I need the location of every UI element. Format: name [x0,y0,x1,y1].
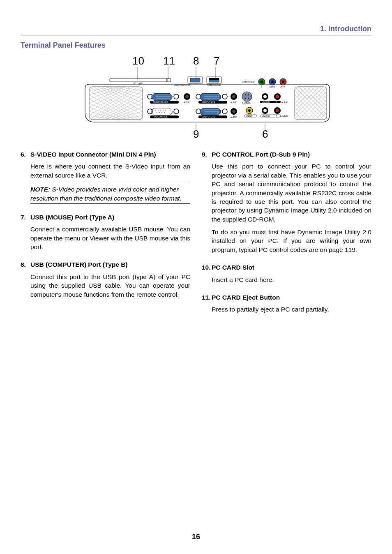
svg-line-29 [97,87,143,111]
svg-point-127 [276,109,279,112]
svg-line-9 [89,87,126,103]
callout-10: 10 [132,55,144,67]
svg-point-86 [161,112,162,113]
svg-point-118 [263,95,267,98]
item-num: 9. [202,150,212,159]
svg-point-123 [248,109,251,112]
svg-line-57 [299,87,327,115]
label-lmono-2: L/MONO [262,115,270,117]
svg-point-116 [282,81,284,83]
item-8: 8. USB (COMPUTER) Port (Type B) Connect … [21,260,190,299]
item-para: To do so you must first have Dynamic Ima… [212,228,371,254]
svg-line-32 [110,87,143,99]
svg-line-62 [319,87,327,94]
label-component: COMPONENT [242,81,256,83]
chapter-header: 1. Introduction [21,25,371,35]
svg-point-110 [248,98,249,99]
svg-line-7 [89,87,134,111]
note-text: S-Video provides more vivid color and hi… [30,186,182,201]
left-column: 6. S-VIDEO Input Connector (Mini DIN 4 P… [21,150,190,323]
label-pc-card: PC CARD [134,82,143,85]
header-rule [21,35,371,35]
label-crpr: Cr/Pr [280,85,285,88]
item-para: Here is where you connect the S-Video in… [30,162,190,180]
page-number: 16 [21,533,371,541]
svg-line-22 [89,95,134,120]
right-column: 9. PC CONTROL Port (D-Sub 9 Pin) Use thi… [202,150,371,323]
svg-point-107 [245,95,246,95]
label-audio-vid: AUDIO [281,115,288,117]
svg-line-17 [110,107,143,120]
svg-point-112 [261,81,263,83]
item-num: 6. [21,150,30,159]
vent-right [295,87,327,120]
callout-8: 8 [193,55,199,67]
svg-rect-66 [190,78,200,82]
item-num: 7. [21,213,30,222]
label-usb-computer: USB(COMPUTER) [174,84,191,86]
svg-point-102 [222,109,227,114]
note-block: NOTE: S-Video provides more vivid color … [30,184,190,204]
diagram-svg: 10 11 8 7 [60,55,332,138]
label-pc-control: PC CONTROL [154,115,168,118]
monitor-out-port [148,93,179,101]
svg-point-76 [185,95,189,98]
svg-point-87 [164,112,165,113]
label-audio-sv: AUDIO [281,101,288,104]
item-num: 10. [202,263,212,272]
terminal-panel-diagram: 10 11 8 7 [21,55,371,138]
item-para: Connect a commercially available USB mou… [30,225,190,251]
label-svideo: S-VIDEO [242,102,251,104]
label-audio-1: AUDIO [184,101,190,104]
pc-control-port [148,108,179,115]
label-computer2: COMPUTER 2 [202,115,215,118]
item-9: 9. PC CONTROL Port (D-Sub 9 Pin) Use thi… [202,150,371,254]
svg-line-10 [89,87,122,99]
svg-line-59 [307,87,327,106]
callout-6: 6 [262,128,268,138]
svg-point-84 [157,112,157,113]
svg-rect-63 [110,78,167,82]
item-num: 11. [202,293,212,302]
svg-rect-69 [209,78,219,80]
svg-point-85 [159,112,160,113]
svg-point-94 [222,94,227,99]
label-y: Y [261,85,263,88]
svg-point-96 [232,95,235,98]
item-title: USB (MOUSE) Port (Type A) [30,213,114,222]
item-title: PC CARD Eject Button [212,293,280,302]
svg-point-83 [165,110,166,111]
item-10: 10. PC CARD Slot Insert a PC card here. [202,263,371,284]
svg-line-47 [311,104,327,120]
item-6: 6. S-VIDEO Input Connector (Mini DIN 4 P… [21,150,190,204]
vent-left [89,87,143,120]
label-monitor-out: MONITOR OUT [153,101,168,103]
note-label: NOTE: [30,186,50,193]
svg-point-88 [174,109,179,114]
item-title: USB (COMPUTER) Port (Type B) [30,260,128,269]
item-para: Connect this port to the USB port (type … [30,272,190,299]
svg-point-114 [271,81,274,83]
item-num: 8. [21,260,30,269]
svg-line-25 [89,107,122,120]
svg-line-44 [299,92,327,120]
svg-point-108 [248,95,249,95]
label-lmono-1: L/MONO [262,101,270,103]
item-para: Press to partially eject a PC card parti… [212,305,371,314]
svg-point-80 [158,110,159,111]
content-columns: 6. S-VIDEO Input Connector (Mini DIN 4 P… [21,150,371,323]
item-para: Use this port to connect your PC to cont… [212,162,371,224]
section-title: Terminal Panel Features [21,41,371,50]
label-audio-3: AUDIO [231,116,237,118]
svg-line-16 [106,103,143,120]
item-7: 7. USB (MOUSE) Port (Type A) Connect a c… [21,213,190,252]
item-11: 11. PC CARD Eject Button Press to partia… [202,293,371,314]
label-r-1: R [276,101,277,103]
svg-line-36 [295,88,327,120]
computer2-port [196,108,227,115]
label-usb-mouse: USB(MOUSE) [208,84,221,86]
svg-line-50 [295,87,327,119]
svg-point-104 [232,110,235,113]
label-computer1: COMPUTER 1 [202,101,215,103]
callout-11: 11 [163,55,175,67]
